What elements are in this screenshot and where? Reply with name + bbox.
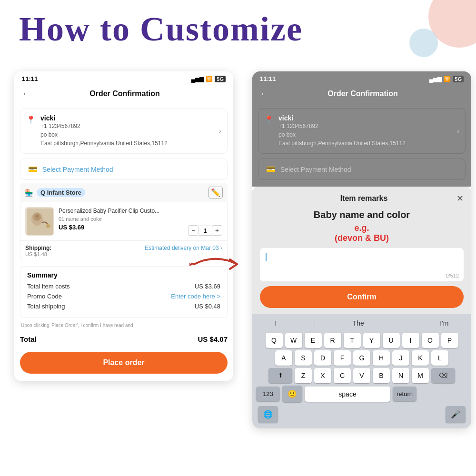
payment-icon-right: 💳 bbox=[266, 165, 276, 174]
signal-icon-right: ▄▅▆ bbox=[429, 76, 442, 82]
char-count: 0/512 bbox=[446, 273, 459, 278]
store-row-left: 🏪 Q Infant Store ✏️ bbox=[20, 183, 228, 202]
key-n[interactable]: N bbox=[392, 368, 409, 383]
key-m[interactable]: M bbox=[412, 368, 429, 383]
key-o[interactable]: O bbox=[422, 333, 439, 348]
payment-row-right[interactable]: 💳 Select Payment Method bbox=[258, 159, 466, 180]
shipping-label-left: Shipping: bbox=[25, 245, 51, 251]
key-t[interactable]: T bbox=[344, 333, 361, 348]
nav-title-right: Order Confirmation bbox=[275, 89, 450, 98]
key-delete[interactable]: ⌫ bbox=[431, 368, 455, 383]
address-name-left: vicki bbox=[40, 114, 214, 122]
time-right: 11:11 bbox=[260, 75, 276, 82]
address-city-left: East pittsburgh,Pennsylvania,United Stat… bbox=[40, 139, 214, 148]
status-bar-right: 11:11 ▄▅▆ 🛜 5G bbox=[252, 71, 471, 84]
key-b[interactable]: B bbox=[373, 368, 390, 383]
product-row-left: Personalized Baby Pacifier Clip Custo...… bbox=[20, 202, 228, 241]
address-city-right: East pittsburgh,Pennsylvania,United Stat… bbox=[278, 139, 452, 148]
summary-promo-row[interactable]: Promo Code Enter code here > bbox=[27, 293, 220, 300]
text-cursor bbox=[266, 253, 267, 261]
keyboard: I The I'm Q W E R T Y U I O P A S D F G … bbox=[252, 314, 471, 428]
key-z[interactable]: Z bbox=[295, 368, 312, 383]
nav-bar-left: ← Order Confirmation bbox=[14, 84, 233, 103]
right-phone-screenshot: 11:11 ▄▅▆ 🛜 5G ← Order Confirmation 📍 vi… bbox=[252, 71, 471, 428]
page-title: How to Customize bbox=[19, 10, 303, 49]
address-arrow-right: › bbox=[457, 127, 459, 135]
shipping-cost-left: US $1.48 bbox=[25, 251, 51, 257]
location-icon-right: 📍 bbox=[264, 115, 274, 124]
key-s[interactable]: S bbox=[295, 350, 312, 366]
key-q[interactable]: Q bbox=[266, 333, 283, 348]
kb-bottom-row: 123 🙂 space return bbox=[256, 386, 467, 402]
total-label-left: Total bbox=[20, 335, 37, 343]
nav-title-left: Order Confirmation bbox=[37, 89, 212, 98]
qty-minus-left[interactable]: − bbox=[188, 225, 198, 236]
qty-value-left: 1 bbox=[198, 226, 212, 236]
place-order-button[interactable]: Place order bbox=[20, 352, 228, 374]
key-k[interactable]: K bbox=[412, 350, 429, 366]
popup-title: Item remarks bbox=[271, 194, 456, 203]
payment-row-left[interactable]: 💳 Select Payment Method bbox=[20, 159, 228, 180]
suggestion-the[interactable]: The bbox=[349, 318, 368, 328]
key-v[interactable]: V bbox=[353, 368, 370, 383]
key-a[interactable]: A bbox=[275, 350, 292, 366]
key-u[interactable]: U bbox=[383, 333, 400, 348]
note-button-left[interactable]: ✏️ bbox=[208, 187, 223, 198]
note-input-box[interactable]: 0/512 bbox=[260, 248, 464, 281]
suggestion-im[interactable]: I'm bbox=[436, 318, 452, 328]
key-emoji[interactable]: 🙂 bbox=[282, 386, 302, 402]
status-icons-left: ▄▅▆ 🛜 5G bbox=[191, 76, 226, 82]
key-x[interactable]: X bbox=[314, 368, 331, 383]
item-costs-val: US $3.69 bbox=[195, 283, 220, 290]
key-g[interactable]: G bbox=[353, 350, 370, 366]
suggestion-i[interactable]: I bbox=[271, 318, 281, 328]
wifi-icon-right: 🛜 bbox=[444, 76, 451, 82]
back-button-right[interactable]: ← bbox=[260, 88, 269, 99]
key-globe[interactable]: 🌐 bbox=[258, 406, 278, 423]
address-phone-right: +1 1234567892 bbox=[278, 122, 452, 130]
red-arrow-annotation bbox=[189, 252, 247, 280]
key-i[interactable]: I bbox=[402, 333, 419, 348]
key-r[interactable]: R bbox=[324, 333, 341, 348]
key-mic[interactable]: 🎤 bbox=[446, 406, 466, 423]
key-y[interactable]: Y bbox=[363, 333, 380, 348]
promo-val[interactable]: Enter code here > bbox=[171, 293, 220, 300]
remark-example: e.g. (devon & BU) bbox=[252, 222, 471, 248]
address-name-right: vicki bbox=[278, 114, 452, 122]
key-123[interactable]: 123 bbox=[256, 387, 280, 401]
total-val-left: US $4.07 bbox=[198, 335, 228, 343]
key-e[interactable]: E bbox=[305, 333, 322, 348]
key-c[interactable]: C bbox=[334, 368, 351, 383]
address-card-left[interactable]: 📍 vicki +1 1234567892 po box East pittsb… bbox=[20, 108, 228, 154]
key-j[interactable]: J bbox=[392, 350, 409, 366]
key-f[interactable]: F bbox=[334, 350, 351, 366]
key-h[interactable]: H bbox=[373, 350, 390, 366]
key-w[interactable]: W bbox=[285, 333, 302, 348]
kb-row-3: ⬆ Z X C V B N M ⌫ bbox=[254, 368, 469, 383]
address-arrow-left: › bbox=[219, 127, 221, 135]
total-shipping-label: Total shipping bbox=[27, 303, 65, 310]
key-return[interactable]: return bbox=[393, 387, 416, 401]
key-p[interactable]: P bbox=[441, 333, 458, 348]
battery-icon-right: 5G bbox=[453, 76, 464, 82]
status-icons-right: ▄▅▆ 🛜 5G bbox=[429, 76, 464, 82]
kb-row-2: A S D F G H J K L bbox=[254, 350, 469, 366]
qty-plus-left[interactable]: + bbox=[212, 225, 222, 236]
popup-header: Item remarks ✕ bbox=[252, 187, 471, 208]
address-card-right[interactable]: 📍 vicki +1 1234567892 po box East pittsb… bbox=[258, 108, 466, 154]
key-d[interactable]: D bbox=[314, 350, 331, 366]
key-shift[interactable]: ⬆ bbox=[268, 368, 292, 383]
back-button-left[interactable]: ← bbox=[22, 88, 31, 99]
product-variant-left: 01 name and color bbox=[59, 216, 183, 222]
time-left: 11:11 bbox=[22, 75, 38, 82]
product-image-left bbox=[25, 207, 54, 236]
popup-close-button[interactable]: ✕ bbox=[456, 193, 464, 204]
product-name-left: Personalized Baby Pacifier Clip Custo... bbox=[59, 207, 183, 215]
status-bar-left: 11:11 ▄▅▆ 🛜 5G bbox=[14, 71, 233, 84]
location-icon-left: 📍 bbox=[26, 115, 36, 124]
confirm-button[interactable]: Confirm bbox=[260, 286, 464, 308]
battery-icon: 5G bbox=[215, 76, 226, 82]
address-street-left: po box bbox=[40, 130, 214, 139]
key-space[interactable]: space bbox=[305, 387, 390, 402]
key-l[interactable]: L bbox=[431, 350, 448, 366]
